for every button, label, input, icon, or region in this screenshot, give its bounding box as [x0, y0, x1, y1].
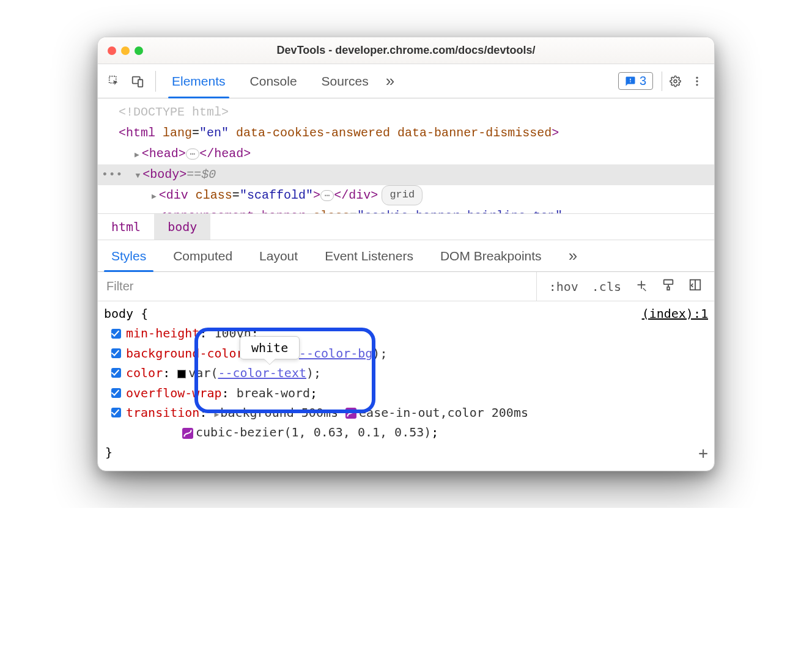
- minimize-window-button[interactable]: [121, 46, 130, 55]
- tab-layout[interactable]: Layout: [246, 240, 311, 271]
- more-dots-icon[interactable]: •••: [102, 166, 123, 185]
- expand-icon[interactable]: [152, 206, 157, 213]
- tab-computed[interactable]: Computed: [160, 240, 246, 271]
- prop-checkbox[interactable]: [111, 329, 121, 339]
- settings-icon[interactable]: [662, 72, 681, 91]
- window-title: DevTools - developer.chrome.com/docs/dev…: [98, 44, 714, 57]
- doctype-node: <!DOCTYPE html>: [119, 105, 229, 119]
- ellipsis-icon[interactable]: ⋯: [320, 190, 334, 201]
- more-menu-icon[interactable]: [687, 72, 707, 91]
- more-styles-tabs[interactable]: »: [555, 240, 591, 271]
- computed-toggle-icon[interactable]: [684, 278, 707, 295]
- prop-min-height[interactable]: min-height: 100vh;: [104, 323, 708, 343]
- styles-pane: body { (index):1 min-height: 100vh; back…: [98, 301, 714, 471]
- prop-overflow-wrap[interactable]: overflow-wrap: break-word;: [104, 383, 708, 403]
- styles-tabs: Styles Computed Layout Event Listeners D…: [98, 240, 714, 272]
- tab-styles[interactable]: Styles: [98, 240, 160, 271]
- grid-badge[interactable]: grid: [382, 185, 423, 205]
- dom-breadcrumb: html body: [98, 213, 714, 240]
- paint-icon[interactable]: [657, 278, 680, 295]
- tab-elements[interactable]: Elements: [160, 64, 238, 98]
- expand-triangle-icon[interactable]: ▶: [215, 410, 220, 419]
- ellipsis-icon[interactable]: ⋯: [186, 149, 199, 160]
- more-tabs-button[interactable]: »: [381, 64, 399, 98]
- tab-event-listeners[interactable]: Event Listeners: [311, 240, 427, 271]
- svg-point-6: [696, 84, 698, 86]
- prop-checkbox[interactable]: [111, 408, 121, 417]
- svg-line-9: [643, 288, 646, 292]
- prop-checkbox[interactable]: [111, 388, 121, 398]
- color-swatch-icon[interactable]: [177, 370, 186, 378]
- tab-dom-breakpoints[interactable]: DOM Breakpoints: [427, 240, 555, 271]
- window-controls: [108, 46, 143, 55]
- inspect-element-icon[interactable]: [105, 72, 124, 90]
- bezier-swatch-icon[interactable]: [345, 408, 356, 419]
- tab-console[interactable]: Console: [238, 64, 309, 98]
- div-node[interactable]: <div class="scaffold">⋯</div>grid: [98, 185, 714, 206]
- expand-icon[interactable]: [135, 144, 139, 164]
- main-toolbar: Elements Console Sources » 3: [98, 64, 714, 98]
- prop-checkbox[interactable]: [111, 348, 121, 358]
- rule-close-brace: }: [104, 443, 708, 462]
- close-window-button[interactable]: [108, 46, 116, 55]
- device-toggle-icon[interactable]: [128, 72, 147, 90]
- prop-checkbox[interactable]: [111, 368, 121, 378]
- prop-transition[interactable]: transition: ▶background 500ms ease-in-ou…: [104, 403, 708, 422]
- add-property-icon[interactable]: +: [698, 440, 708, 466]
- tab-sources[interactable]: Sources: [309, 64, 381, 98]
- svg-point-5: [696, 80, 698, 82]
- expand-icon[interactable]: [152, 185, 157, 206]
- collapse-icon[interactable]: [135, 164, 140, 185]
- svg-rect-2: [138, 79, 142, 87]
- crumb-body[interactable]: body: [154, 214, 210, 240]
- prop-color[interactable]: color: var(--color-text);: [104, 363, 708, 383]
- devtools-window: DevTools - developer.chrome.com/docs/dev…: [97, 37, 715, 471]
- svg-point-3: [674, 79, 677, 83]
- zoom-window-button[interactable]: [135, 46, 143, 55]
- prop-background-color[interactable]: background-color: var(--color-bg);: [104, 344, 708, 363]
- prop-transition-cont[interactable]: cubic-bezier(1, 0.63, 0.1, 0.53);: [104, 422, 708, 442]
- svg-rect-10: [664, 280, 673, 284]
- new-rule-icon[interactable]: [630, 278, 653, 295]
- source-link[interactable]: (index):1: [642, 304, 708, 323]
- html-node[interactable]: <html lang="en" data-cookies-answered da…: [98, 123, 714, 144]
- styles-filter-row: :hov .cls: [98, 272, 714, 301]
- svg-point-4: [696, 76, 698, 78]
- crumb-html[interactable]: html: [98, 214, 154, 240]
- filter-input[interactable]: [98, 272, 536, 301]
- bezier-swatch-icon[interactable]: [182, 428, 193, 439]
- titlebar: DevTools - developer.chrome.com/docs/dev…: [98, 37, 714, 64]
- hov-toggle[interactable]: :hov: [544, 279, 583, 294]
- head-node[interactable]: <head>⋯</head>: [98, 144, 714, 164]
- dom-tree[interactable]: <!DOCTYPE html> <html lang="en" data-coo…: [98, 98, 714, 213]
- body-node-selected[interactable]: ••• <body> == $0: [98, 164, 714, 185]
- selector-text[interactable]: body {: [104, 304, 148, 323]
- issues-badge[interactable]: 3: [618, 72, 653, 90]
- issues-count: 3: [640, 74, 646, 88]
- panel-tabs: Elements Console Sources »: [160, 64, 399, 98]
- banner-node[interactable]: <announcement-banner class="cookie-banne…: [98, 206, 714, 213]
- cls-toggle[interactable]: .cls: [587, 279, 626, 294]
- css-var-link[interactable]: --color-text: [218, 366, 306, 380]
- color-tooltip: white: [240, 336, 300, 359]
- css-var-link[interactable]: --color-bg: [299, 346, 372, 361]
